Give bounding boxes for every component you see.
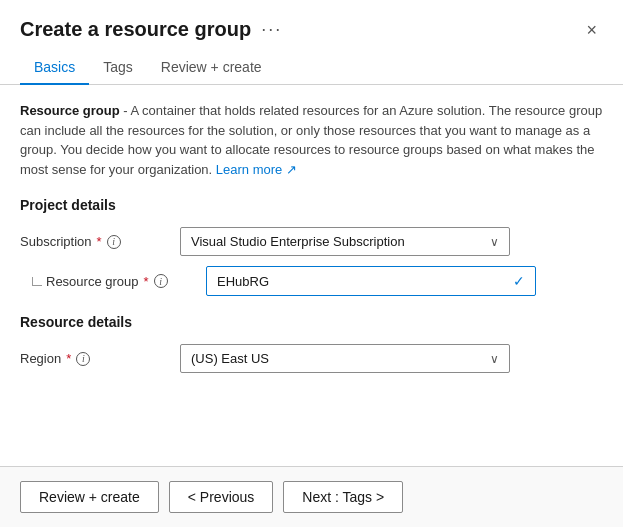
subscription-row: Subscription * i Visual Studio Enterpris… [20, 227, 603, 256]
subscription-label-group: Subscription * i [20, 234, 180, 249]
external-link-icon: ↗ [286, 162, 297, 177]
region-dropdown[interactable]: (US) East US ∨ [180, 344, 510, 373]
region-label: Region * i [20, 351, 180, 366]
project-details-heading: Project details [20, 197, 603, 213]
resource-group-info-icon[interactable]: i [154, 274, 168, 288]
resource-details-heading: Resource details [20, 314, 603, 330]
region-info-icon[interactable]: i [76, 352, 90, 366]
tab-review-create[interactable]: Review + create [147, 51, 276, 85]
dialog-title-text: Create a resource group [20, 18, 251, 41]
description-bold: Resource group [20, 103, 120, 118]
subscription-chevron-icon: ∨ [490, 235, 499, 249]
resource-group-label-group: Resource group * i [20, 274, 206, 289]
resource-group-input[interactable]: EHubRG ✓ [206, 266, 536, 296]
subscription-control: Visual Studio Enterprise Subscription ∨ [180, 227, 510, 256]
previous-button[interactable]: < Previous [169, 481, 274, 513]
next-button[interactable]: Next : Tags > [283, 481, 403, 513]
dialog-footer: Review + create < Previous Next : Tags > [0, 466, 623, 527]
dialog-header: Create a resource group ··· × [0, 0, 623, 51]
close-button[interactable]: × [580, 19, 603, 41]
resource-group-value: EHubRG [217, 274, 269, 289]
resource-group-check-icon: ✓ [513, 273, 525, 289]
resource-group-required: * [144, 274, 149, 289]
subscription-label: Subscription * i [20, 234, 180, 249]
resource-group-label: Resource group * i [46, 274, 206, 289]
region-control: (US) East US ∨ [180, 344, 510, 373]
dialog-title: Create a resource group ··· [20, 18, 282, 41]
learn-more-link[interactable]: Learn more ↗ [216, 162, 297, 177]
dialog-content: Resource group - A container that holds … [0, 85, 623, 466]
resource-group-control: EHubRG ✓ [206, 266, 536, 296]
subscription-dropdown[interactable]: Visual Studio Enterprise Subscription ∨ [180, 227, 510, 256]
tab-basics[interactable]: Basics [20, 51, 89, 85]
resource-group-row: Resource group * i EHubRG ✓ [20, 266, 603, 296]
region-value: (US) East US [191, 351, 269, 366]
dialog-title-dots: ··· [261, 19, 282, 40]
region-chevron-icon: ∨ [490, 352, 499, 366]
tab-bar: Basics Tags Review + create [0, 51, 623, 85]
region-required: * [66, 351, 71, 366]
review-create-button[interactable]: Review + create [20, 481, 159, 513]
create-resource-group-dialog: Create a resource group ··· × Basics Tag… [0, 0, 623, 527]
subscription-required: * [97, 234, 102, 249]
subscription-value: Visual Studio Enterprise Subscription [191, 234, 405, 249]
tab-tags[interactable]: Tags [89, 51, 147, 85]
region-label-group: Region * i [20, 351, 180, 366]
region-row: Region * i (US) East US ∨ [20, 344, 603, 373]
description-text: Resource group - A container that holds … [20, 101, 603, 179]
subscription-info-icon[interactable]: i [107, 235, 121, 249]
